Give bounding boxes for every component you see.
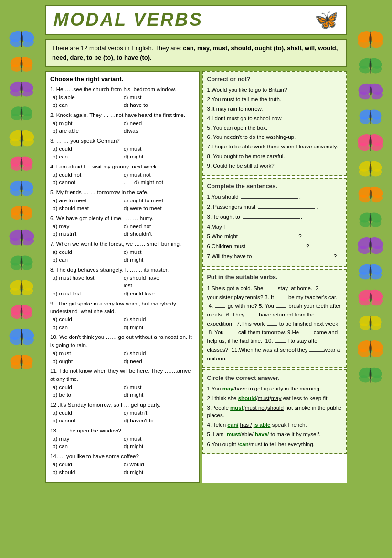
- question-12: 12 .It's Sunday tomorrow, so I … get up …: [50, 401, 195, 425]
- q6-opt-c: c) need not: [124, 222, 195, 231]
- question-14: 14….. you like to have some coffee? a) c…: [50, 453, 195, 476]
- q6-opt-d: d) shouldn't: [124, 230, 195, 238]
- butterfly-strip-right: [349, 0, 392, 558]
- title-butterfly-icon: 🦋: [315, 9, 339, 31]
- svg-point-41: [20, 184, 22, 193]
- blank-7b: [295, 258, 333, 258]
- title-bar: MODAL VERBS 🦋: [45, 5, 347, 35]
- q7-opt-d: d) might: [124, 256, 195, 264]
- blank-7a: [254, 258, 293, 258]
- circle-item-6: 6.You ought /can/must to tell her everyt…: [207, 441, 342, 448]
- q3-opt-b: b) can: [53, 153, 124, 161]
- circle-1-may: may: [222, 386, 233, 391]
- q11-opt-d: d) might: [124, 391, 195, 399]
- page-title: MODAL VERBS: [53, 10, 203, 30]
- correct-item-9: 9. Could he be still at work?: [207, 162, 342, 170]
- correct-item-2: 2.You must to tell me the truth.: [207, 95, 342, 104]
- blank-6: [248, 248, 305, 248]
- q12-opt-d: d) haven't to: [124, 417, 195, 425]
- butterfly-right-4: [357, 132, 384, 155]
- q3-opt-a: a) could: [53, 145, 124, 153]
- left-exercise-title: Choose the right variant.: [50, 75, 195, 83]
- svg-point-95: [369, 61, 371, 70]
- butterfly-right-9: [358, 262, 383, 284]
- q12-opt-c: c) mustn't: [124, 409, 195, 417]
- correct-section-header: Correct or not?: [207, 75, 342, 84]
- circle-6-can: can: [239, 442, 249, 447]
- q5-opt-b: b) should meet: [53, 204, 124, 212]
- q4-opt-b: b) cannot: [53, 179, 124, 187]
- complete-sentences-section: Complete the sentences. 1.You should . 2…: [202, 178, 347, 267]
- circle-4-isable: is able: [254, 422, 271, 428]
- q10-opt-a: a) must: [53, 349, 124, 358]
- butterfly-left-13: [10, 353, 33, 373]
- q13-opt-a: a) may: [53, 435, 124, 443]
- q2-opt-d: d)was: [124, 127, 195, 135]
- vb9: [301, 334, 311, 334]
- butterfly-left-5: [10, 154, 33, 175]
- right-column: Correct or not? 1.Would you like to go t…: [202, 71, 347, 483]
- complete-item-3: 3.He ought to .: [207, 213, 342, 221]
- butterfly-right-7: [359, 211, 382, 231]
- svg-point-23: [21, 109, 23, 117]
- q5-opt-d: d) were to meet: [124, 204, 195, 212]
- svg-point-11: [21, 60, 23, 68]
- circle-5-have: have/: [255, 432, 269, 437]
- svg-point-161: [369, 344, 372, 354]
- main-wrapper: MODAL VERBS 🦋 There are 12 modal verbs i…: [43, 0, 349, 488]
- q8-opt-d: d) could lose: [124, 290, 195, 298]
- butterfly-left-8: [9, 227, 35, 250]
- butterfly-left-4: [9, 128, 35, 150]
- q4-opt-d: . d) might not: [124, 179, 195, 187]
- vb5: [276, 307, 286, 308]
- circle-3-should: should: [267, 405, 284, 411]
- butterfly-left-1: [10, 55, 33, 75]
- correct-item-1: 1.Would you like to go to Britain?: [207, 86, 342, 95]
- svg-point-71: [21, 308, 23, 316]
- q2-opt-c: c) need: [124, 119, 195, 127]
- q14-opt-b: b) should: [53, 468, 124, 476]
- butterfly-left-0: [9, 29, 35, 51]
- vb6: [246, 316, 257, 316]
- butterfly-left-3: [10, 105, 33, 124]
- q9-opt-c: c) should: [124, 316, 195, 324]
- question-3-text: 3. … … you speak German?: [50, 137, 195, 145]
- intro-box: There are 12 modal verbs in English. The…: [45, 39, 347, 67]
- question-11-text: 11. I do not know when they will be here…: [50, 367, 195, 383]
- q8-opt-c: c) should have: [124, 274, 195, 282]
- q8-opt-b: b) must lost: [53, 290, 124, 298]
- q8-opt-c2: lost: [124, 282, 195, 290]
- complete-item-4: 4.May I: [207, 223, 342, 232]
- svg-point-137: [369, 241, 372, 251]
- q1-opt-d: d) have to: [124, 101, 195, 109]
- q2-opt-a: a) might: [53, 119, 124, 127]
- butterfly-strip-left: [0, 0, 43, 558]
- butterfly-right-10: [358, 287, 384, 310]
- intro-text: There are 12 modal verbs in English. The…: [52, 44, 181, 52]
- q1-opt-b: b) can: [53, 101, 124, 109]
- vb2: [322, 290, 332, 290]
- q13-opt-c: c) must: [124, 435, 195, 443]
- circle-header: Circle the correct answer.: [207, 374, 342, 383]
- vb4: [215, 307, 225, 308]
- complete-section-header: Complete the sentences.: [207, 182, 342, 191]
- circle-6-ought: ought: [222, 442, 236, 447]
- q4-opt-a: a) could not: [53, 171, 124, 179]
- q9-opt-b: b) can: [53, 324, 124, 332]
- q7-opt-b: b) can: [53, 256, 124, 264]
- butterfly-right-2: [358, 81, 384, 104]
- svg-point-5: [20, 34, 23, 43]
- svg-point-101: [369, 86, 372, 96]
- vb3: [276, 299, 286, 299]
- circle-4-can: can/: [227, 422, 238, 428]
- circle-2-must: must: [258, 395, 270, 401]
- svg-point-35: [21, 159, 23, 168]
- vb11: [309, 351, 324, 352]
- put-verbs-header: Put in the suitable verbs.: [207, 273, 342, 282]
- blank-3: [243, 218, 300, 219]
- butterfly-left-11: [10, 303, 33, 323]
- svg-point-83: [21, 358, 23, 366]
- question-11: 11. I do not know when they will be here…: [50, 367, 195, 399]
- q12-opt-b: b) cannot: [53, 417, 124, 425]
- correct-item-4: 4.I dont must go to school now.: [207, 115, 342, 123]
